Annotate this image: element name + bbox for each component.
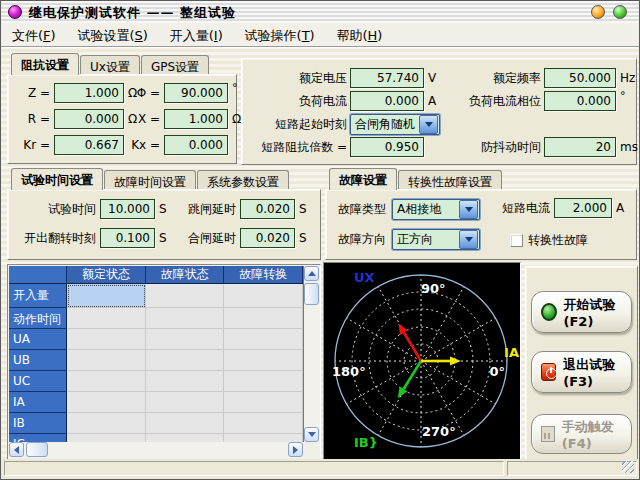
- tab-impedance-settings[interactable]: 阻抗设置: [11, 53, 79, 75]
- tab-test-time-settings[interactable]: 试验时间设置: [11, 168, 103, 190]
- start-icon: [541, 303, 557, 321]
- tab-ux-settings[interactable]: Ux设置: [80, 55, 140, 75]
- kr-input[interactable]: 0.667: [54, 135, 124, 155]
- r-input[interactable]: 0.000: [54, 109, 124, 129]
- row-header-开入量[interactable]: 开入量: [9, 284, 67, 308]
- menu-test-operation[interactable]: 试验操作(T): [238, 23, 322, 45]
- rated-frequency-unit: Hz: [620, 71, 635, 85]
- table-cell[interactable]: [67, 308, 146, 329]
- grid-rows: 开入量动作时间UAUBUCIAIBIC: [9, 284, 303, 442]
- tab-convert-fault-settings[interactable]: 转换性故障设置: [398, 170, 502, 190]
- test-time-input[interactable]: 10.000: [100, 199, 155, 219]
- horizontal-scrollbar[interactable]: [9, 442, 303, 458]
- debounce-input[interactable]: 20: [544, 137, 616, 157]
- load-current-phase-row: 负荷电流相位 0.000 °: [438, 91, 626, 111]
- table-cell[interactable]: [224, 350, 303, 371]
- row-header-动作时间[interactable]: 动作时间: [9, 308, 67, 329]
- col-fault-state[interactable]: 故障状态: [146, 266, 225, 283]
- table-cell[interactable]: [146, 329, 225, 350]
- grid-header: 额定状态 故障状态 故障转换: [9, 266, 303, 284]
- menu-test-settings[interactable]: 试验设置(S): [70, 23, 154, 45]
- fault-direction-combo[interactable]: 正方向: [392, 229, 480, 250]
- close-delay-row: 合闸延时 0.020 S: [150, 228, 307, 248]
- row-header-IA[interactable]: IA: [9, 392, 67, 413]
- z-input[interactable]: 1.000: [54, 83, 124, 103]
- table-cell[interactable]: [224, 308, 303, 329]
- x-row: X = 1.000 Ω: [130, 109, 241, 129]
- row-header-IB[interactable]: IB: [9, 413, 67, 434]
- fault-type-combo-arrow[interactable]: [459, 200, 478, 219]
- table-cell[interactable]: [146, 308, 225, 329]
- short-circuit-current-input[interactable]: 2.000: [554, 198, 612, 218]
- rated-voltage-label: 额定电压: [244, 70, 347, 87]
- x-input[interactable]: 1.000: [164, 109, 228, 129]
- col-fault-convert[interactable]: 故障转换: [224, 266, 303, 283]
- row-header-UA[interactable]: UA: [9, 329, 67, 350]
- table-cell[interactable]: [146, 284, 225, 308]
- output-flip-input[interactable]: 0.100: [100, 228, 155, 248]
- table-cell[interactable]: [67, 392, 146, 413]
- row-header-UB[interactable]: UB: [9, 350, 67, 371]
- table-cell[interactable]: [224, 434, 303, 442]
- table-row: UA: [9, 329, 303, 350]
- scroll-up-button[interactable]: [304, 266, 319, 281]
- table-cell[interactable]: [67, 350, 146, 371]
- scroll-down-button[interactable]: [304, 427, 319, 442]
- table-cell[interactable]: [67, 284, 146, 308]
- row-header-IC[interactable]: IC: [9, 434, 67, 442]
- menu-file[interactable]: 文件(F): [5, 23, 63, 45]
- table-cell[interactable]: [67, 329, 146, 350]
- table-cell[interactable]: [146, 413, 225, 434]
- table-cell[interactable]: [146, 350, 225, 371]
- close-button[interactable]: [613, 5, 627, 19]
- fault-start-combo[interactable]: 合闸角随机: [350, 114, 440, 135]
- fault-start-combo-arrow[interactable]: [419, 115, 438, 134]
- r-label: R =: [18, 112, 50, 126]
- start-test-button[interactable]: 开始试验(F2): [531, 291, 632, 333]
- horizontal-scroll-thumb[interactable]: [26, 442, 48, 457]
- tab-gps-settings[interactable]: GPS设置: [141, 55, 209, 75]
- menu-binary-input[interactable]: 开入量(I): [163, 23, 230, 45]
- close-delay-label: 合闸延时: [150, 230, 236, 247]
- trip-delay-input[interactable]: 0.020: [240, 199, 295, 219]
- minimize-button[interactable]: [591, 5, 605, 19]
- table-cell[interactable]: [224, 329, 303, 350]
- table-cell[interactable]: [67, 434, 146, 442]
- kx-input[interactable]: 0.000: [164, 135, 228, 155]
- table-cell[interactable]: [67, 413, 146, 434]
- vertical-scrollbar[interactable]: [304, 266, 320, 442]
- fault-direction-combo-arrow[interactable]: [459, 230, 478, 249]
- table-cell[interactable]: [67, 371, 146, 392]
- chevron-down-icon: [425, 122, 433, 127]
- load-current-phase-input[interactable]: 0.000: [544, 91, 616, 111]
- load-current-input[interactable]: 0.000: [350, 91, 424, 111]
- table-cell[interactable]: [224, 371, 303, 392]
- close-delay-input[interactable]: 0.020: [240, 228, 295, 248]
- tab-system-param-settings[interactable]: 系统参数设置: [197, 170, 289, 190]
- col-rated-state[interactable]: 额定状态: [67, 266, 146, 283]
- impedance-multiple-input[interactable]: 0.950: [350, 137, 424, 157]
- resize-grip[interactable]: [622, 461, 634, 473]
- table-cell[interactable]: [224, 392, 303, 413]
- tab-fault-time-settings[interactable]: 故障时间设置: [104, 170, 196, 190]
- table-cell[interactable]: [224, 284, 303, 308]
- rated-frequency-input[interactable]: 50.000: [544, 68, 616, 88]
- vertical-scroll-thumb[interactable]: [304, 283, 319, 305]
- tab-fault-settings[interactable]: 故障设置: [329, 168, 397, 190]
- table-cell[interactable]: [224, 413, 303, 434]
- short-circuit-current-label: 短路电流: [502, 200, 550, 217]
- phi-input[interactable]: 90.000: [164, 83, 228, 103]
- table-cell[interactable]: [146, 434, 225, 442]
- scroll-left-button[interactable]: [9, 442, 24, 457]
- exit-test-button[interactable]: 退出试验(F3): [531, 351, 632, 393]
- scroll-right-button[interactable]: [288, 442, 303, 457]
- menu-help[interactable]: 帮助(H): [329, 23, 389, 45]
- manual-trigger-icon: [541, 426, 555, 442]
- row-header-UC[interactable]: UC: [9, 371, 67, 392]
- fault-type-combo[interactable]: A相接地: [392, 199, 480, 220]
- convert-fault-checkbox[interactable]: [510, 234, 523, 247]
- table-cell[interactable]: [146, 392, 225, 413]
- table-cell[interactable]: [146, 371, 225, 392]
- power-off-icon: [541, 363, 556, 381]
- rated-voltage-input[interactable]: 57.740: [350, 68, 424, 88]
